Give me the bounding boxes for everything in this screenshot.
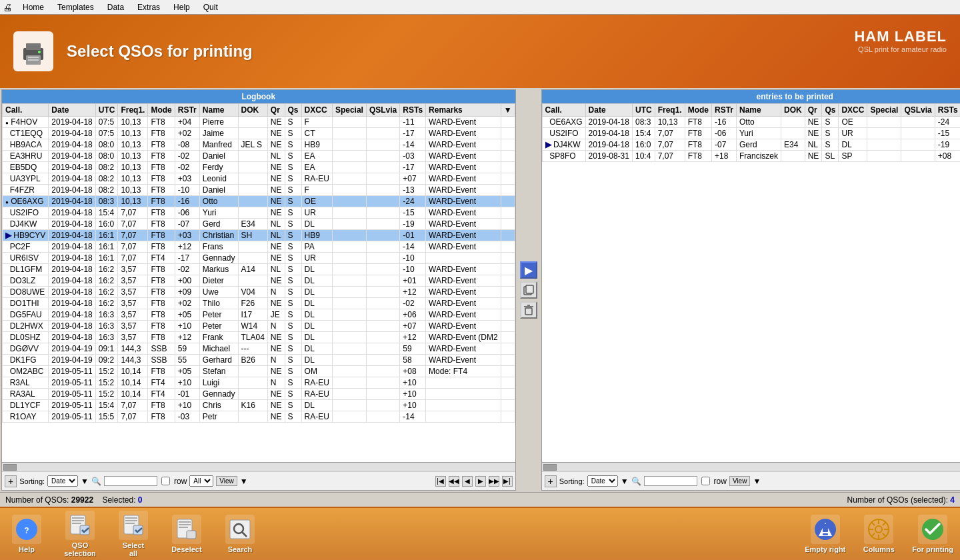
table-row[interactable]: DL2HWX 2019-04-18 16:3 3,57 FT8 +10 Pete… <box>3 321 515 332</box>
left-nav-prev-fast[interactable]: ◀◀ <box>449 476 459 487</box>
table-row[interactable]: RA3AL 2019-05-11 15:2 10,14 FT4 -01 Genn… <box>3 389 515 400</box>
col-dxcc-left[interactable]: DXCC <box>301 104 332 117</box>
menu-data[interactable]: Data <box>101 1 131 13</box>
col-freq-left[interactable]: Freq1. <box>118 104 148 117</box>
table-row[interactable]: DGØVV 2019-04-19 09:1 144,3 SSB 59 Micha… <box>3 343 515 355</box>
right-search-input[interactable] <box>644 476 697 486</box>
col-mode-left[interactable]: Mode <box>148 104 175 117</box>
footer-search-btn[interactable]: Search <box>220 515 260 553</box>
footer-columns-btn[interactable]: Columns <box>859 515 899 553</box>
table-row[interactable]: R1OAY 2019-05-11 15:5 7,07 FT8 -03 Petr … <box>3 411 515 423</box>
col-rstr-right[interactable]: RSTr <box>712 104 737 117</box>
table-row[interactable]: DO1THI 2019-04-18 16:2 3,57 FT8 +02 Thil… <box>3 298 515 309</box>
right-table-container[interactable]: Call. Date UTC Freq1. Mode RSTr Name DOK… <box>542 103 960 462</box>
left-scroll-thumb[interactable] <box>3 464 17 471</box>
col-dok-right[interactable]: DOK <box>781 104 805 117</box>
menu-help[interactable]: Help <box>167 1 197 13</box>
table-row[interactable]: DL1YCF 2019-05-11 15:4 7,07 FT8 +10 Chri… <box>3 400 515 411</box>
table-row[interactable]: DO3LZ 2019-04-18 16:2 3,57 FT8 +00 Diete… <box>3 275 515 287</box>
table-row[interactable]: OM2ABC 2019-05-11 15:2 10,14 FT8 +05 Ste… <box>3 366 515 377</box>
left-search-input[interactable] <box>104 476 157 486</box>
table-row[interactable]: UR6ISV 2019-04-18 16:1 7,07 FT4 -17 Genn… <box>3 253 515 264</box>
left-table-container[interactable]: Call. Date UTC Freq1. Mode RSTr Name DOK… <box>2 103 515 462</box>
col-date-right[interactable]: Date <box>585 104 632 117</box>
footer-empty-right-btn[interactable]: Empty right <box>805 515 845 553</box>
table-row[interactable]: F4FZR 2019-04-18 08:2 10,13 FT8 -10 Dani… <box>3 185 515 196</box>
right-view-btn[interactable]: View <box>729 476 751 486</box>
footer-help-btn[interactable]: ? Help <box>7 515 47 553</box>
col-freq-right[interactable]: Freq1. <box>655 104 685 117</box>
left-filter-select[interactable]: All <box>189 475 213 487</box>
menu-extras[interactable]: Extras <box>131 1 167 13</box>
table-row[interactable]: UA3YPL 2019-04-18 08:2 10,13 FT8 +03 Leo… <box>3 173 515 185</box>
transfer-right-btn[interactable]: ▶ <box>520 261 537 279</box>
table-row[interactable]: DL1GFM 2019-04-18 16:2 3,57 FT8 -02 Mark… <box>3 264 515 275</box>
col-qs-right[interactable]: Qs <box>822 104 839 117</box>
table-row[interactable]: R3AL 2019-05-11 15:2 10,14 FT4 +10 Luigi… <box>3 377 515 389</box>
footer-deselect-btn[interactable]: Deselect <box>167 515 207 553</box>
left-sort-select[interactable]: Date Call <box>47 475 78 487</box>
right-sort-select[interactable]: Date Call <box>587 475 618 487</box>
col-mode-right[interactable]: Mode <box>685 104 711 117</box>
footer-select-all-btn[interactable]: Selectall <box>113 511 153 557</box>
col-special-left[interactable]: Special <box>332 104 366 117</box>
left-nav-last[interactable]: ▶| <box>502 476 513 487</box>
col-name-left[interactable]: Name <box>199 104 238 117</box>
left-nav-next[interactable]: ▶ <box>475 476 486 487</box>
table-row[interactable]: DG5FAU 2019-04-18 16:3 3,57 FT8 +05 Pete… <box>3 309 515 321</box>
table-row[interactable]: DL0SHZ 2019-04-18 16:3 3,57 FT8 +12 Fran… <box>3 332 515 343</box>
left-nav-first[interactable]: |◀ <box>435 476 446 487</box>
col-call-right[interactable]: Call. <box>542 104 585 117</box>
table-row[interactable]: EA3HRU 2019-04-18 08:0 10,13 FT8 -02 Dan… <box>3 151 515 162</box>
table-row[interactable]: ● F4HOV 2019-04-18 07:5 10,13 FT8 +04 Pi… <box>3 117 515 128</box>
table-row[interactable]: DK1FG 2019-04-19 09:2 144,3 SSB 55 Gerha… <box>3 355 515 366</box>
col-qs-left[interactable]: Qs <box>285 104 301 117</box>
col-qr-left[interactable]: Qr <box>267 104 285 117</box>
right-sort-down-icon[interactable]: ▼ <box>621 477 629 486</box>
footer-for-printing-btn[interactable]: For printing <box>912 515 953 553</box>
col-call-left[interactable]: Call. <box>3 104 49 117</box>
col-rsts-right[interactable]: RSTs <box>935 104 960 117</box>
right-scrollbar-h[interactable] <box>542 462 960 471</box>
right-scroll-thumb[interactable] <box>543 464 557 471</box>
table-row[interactable]: HB9ACA 2019-04-18 08:0 10,13 FT8 -08 Man… <box>3 139 515 151</box>
left-view-down-icon[interactable]: ▼ <box>240 477 248 486</box>
table-row[interactable]: DJ4KW 2019-04-18 16:0 7,07 FT8 -07 Gerd … <box>3 219 515 230</box>
right-add-btn[interactable]: + <box>545 475 557 487</box>
menu-home[interactable]: Home <box>16 1 51 13</box>
left-view-btn[interactable]: View <box>216 476 237 486</box>
table-row[interactable]: ▶ DJ4KW 2019-04-18 16:0 7,07 FT8 -07 Ger… <box>542 139 960 151</box>
col-dxcc-right[interactable]: DXCC <box>839 104 867 117</box>
left-add-btn[interactable]: + <box>5 475 17 487</box>
table-row[interactable]: US2IFO 2019-04-18 15:4 7,07 FT8 -06 Yuri… <box>3 207 515 219</box>
left-row-checkbox[interactable] <box>161 477 170 485</box>
col-name-right[interactable]: Name <box>737 104 781 117</box>
col-date-left[interactable]: Date <box>49 104 95 117</box>
col-remarks-left[interactable]: Remarks <box>426 104 501 117</box>
footer-qso-selection-btn[interactable]: QSOselection <box>60 511 100 557</box>
left-nav-prev[interactable]: ◀ <box>462 476 473 487</box>
table-row[interactable]: EB5DQ 2019-04-18 08:2 10,13 FT8 -02 Ferd… <box>3 162 515 173</box>
col-qr-right[interactable]: Qr <box>805 104 822 117</box>
table-row[interactable]: ▶ HB9CYV 2019-04-18 16:1 7,07 FT8 +03 Ch… <box>3 230 515 241</box>
col-dok-left[interactable]: DOK <box>238 104 267 117</box>
left-scrollbar-h[interactable] <box>2 462 515 471</box>
col-qslvia-left[interactable]: QSLvia <box>366 104 399 117</box>
right-view-down-icon[interactable]: ▼ <box>753 477 761 486</box>
col-rstr-left[interactable]: RSTr <box>175 104 199 117</box>
col-rsts-left[interactable]: RSTs <box>400 104 426 117</box>
col-special-right[interactable]: Special <box>867 104 901 117</box>
col-qslvia-right[interactable]: QSLvia <box>901 104 935 117</box>
left-nav-next-fast[interactable]: ▶▶ <box>489 476 499 487</box>
table-row[interactable]: PC2F 2019-04-18 16:1 7,07 FT8 +12 Frans … <box>3 241 515 253</box>
menu-quit[interactable]: Quit <box>197 1 225 13</box>
table-row[interactable]: OE6AXG 2019-04-18 08:3 10,13 FT8 -16 Ott… <box>542 117 960 128</box>
table-row[interactable]: ● OE6AXG 2019-04-18 08:3 10,13 FT8 -16 O… <box>3 196 515 207</box>
table-row[interactable]: CT1EQQ 2019-04-18 07:5 10,13 FT8 +02 Jai… <box>3 128 515 139</box>
right-row-checkbox[interactable] <box>701 477 710 485</box>
col-utc-left[interactable]: UTC <box>95 104 118 117</box>
left-sort-down-icon[interactable]: ▼ <box>81 477 89 486</box>
table-row[interactable]: SP8FO 2019-08-31 10:4 7,07 FT8 +18 Franc… <box>542 151 960 162</box>
table-row[interactable]: DO8UWE 2019-04-18 16:2 3,57 FT8 +09 Uwe … <box>3 287 515 298</box>
col-utc-right[interactable]: UTC <box>632 104 655 117</box>
